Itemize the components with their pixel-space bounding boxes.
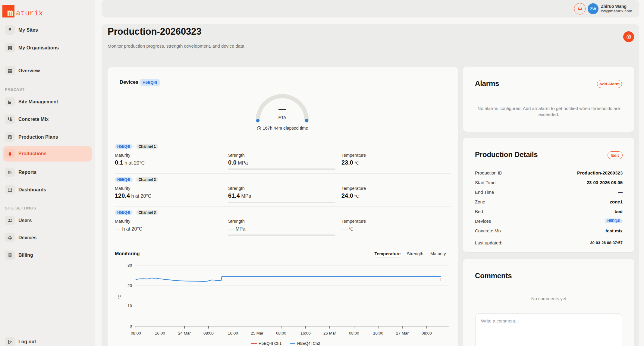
svg-text:ETA: ETA	[278, 115, 286, 120]
svg-text:16:00: 16:00	[228, 331, 238, 335]
svg-text:0: 0	[130, 324, 132, 329]
svg-text:08:00: 08:00	[131, 331, 141, 335]
svg-text:08:00: 08:00	[349, 331, 359, 335]
svg-text:10: 10	[127, 304, 132, 308]
svg-text:16:00: 16:00	[300, 331, 311, 335]
svg-text:H5EQ4I Ch2: H5EQ4I Ch2	[297, 341, 320, 346]
svg-text:H5EQ4I Ch1: H5EQ4I Ch1	[259, 341, 282, 346]
svg-text:°C: °C	[118, 295, 122, 299]
svg-text:26 Mar: 26 Mar	[323, 331, 336, 335]
svg-text:30: 30	[127, 263, 132, 268]
svg-text:08:00: 08:00	[276, 331, 286, 335]
svg-text:24 Mar: 24 Mar	[178, 331, 191, 335]
svg-text:08:00: 08:00	[203, 331, 214, 335]
svg-text:16:00: 16:00	[373, 331, 383, 335]
svg-text:08:00: 08:00	[422, 331, 432, 335]
svg-text:16:00: 16:00	[155, 331, 165, 335]
svg-text:20: 20	[127, 283, 132, 288]
svg-text:27 Mar: 27 Mar	[396, 331, 409, 335]
svg-text:25 Mar: 25 Mar	[251, 331, 264, 335]
